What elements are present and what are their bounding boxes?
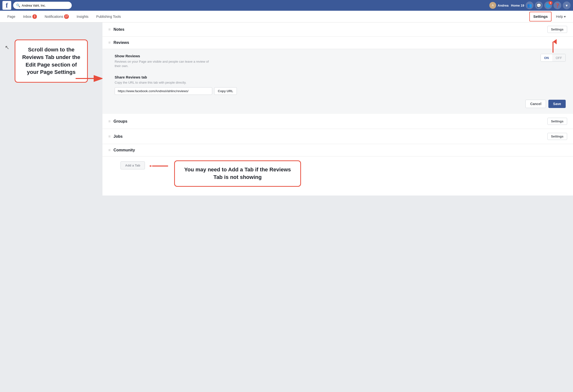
avatar[interactable]: A [489,2,496,9]
show-reviews-row: Show Reviews Reviews on your Page are vi… [115,54,566,68]
annotation-text-left: Scroll down to the Reviews Tab under the… [20,46,82,76]
toggle-switch[interactable]: ON OFF [540,54,566,62]
nav-username: Andrea [498,4,509,7]
inbox-badge: 2 [33,14,37,19]
notes-row: ≡ Notes Settings [103,22,573,36]
cursor-icon: ↖ [5,44,9,51]
messenger-icon-btn[interactable]: 💬 [535,1,543,9]
toggle-on-label[interactable]: ON [541,54,553,61]
groups-title: Groups [113,119,544,124]
people-icon: 👥 [527,3,532,8]
add-tab-col: Add a Tab [108,160,145,173]
nav-page[interactable]: Page [4,11,19,22]
nav-insights[interactable]: Insights [73,11,92,22]
messenger-icon: 💬 [537,3,541,8]
annotation-box-bottom: You may need to Add a Tab if the Reviews… [174,160,301,187]
nav-right: A Andrea Home 19 👥 💬 🌐 9 ❓ ▾ [489,1,571,9]
search-bar[interactable]: 🔍 [13,2,72,9]
dropdown-icon-btn[interactable]: ▾ [563,1,571,9]
share-reviews-desc: Copy the URL to share this tab with peop… [115,81,566,84]
url-input[interactable] [115,87,212,95]
arrow-right [76,74,105,83]
jobs-row: ≡ Jobs Settings [103,129,573,144]
drag-icon-reviews: ≡ [108,40,110,45]
drag-icon-notes: ≡ [108,27,110,32]
friends-icon-btn[interactable]: 👥 [526,1,534,9]
arrow-to-add-tab [150,162,169,170]
groups-settings-btn[interactable]: Settings [547,118,567,125]
show-reviews-left: Show Reviews Reviews on your Page are vi… [115,54,540,68]
left-panel: ↖ Scroll down to the Reviews Tab under t… [0,22,103,196]
arrow-up-to-toggle [549,39,557,55]
community-title: Community [113,148,567,152]
show-reviews-desc: Reviews on your Page are visible and peo… [115,59,212,68]
home-link[interactable]: Home 19 [511,4,524,7]
cancel-button[interactable]: Cancel [525,100,546,108]
drag-icon-groups: ≡ [108,119,110,124]
reviews-body: Show Reviews Reviews on your Page are vi… [103,49,573,114]
show-reviews-title: Show Reviews [115,54,540,58]
url-row: Copy URL [115,87,566,95]
nav-help[interactable]: Help ▾ [553,11,569,22]
action-row: Cancel Save [115,100,566,109]
nav-notifications[interactable]: Notifications 17 [41,11,72,22]
annotation-text-bottom: You may need to Add a Tab if the Reviews… [181,166,294,181]
drag-icon-jobs: ≡ [108,134,110,139]
search-icon: 🔍 [16,3,20,7]
add-tab-button[interactable]: Add a Tab [121,161,145,170]
jobs-title: Jobs [113,134,544,139]
community-row: ≡ Community [103,144,573,156]
notifications-badge: 17 [64,14,69,19]
chevron-down-icon: ▾ [566,3,568,8]
help-icon-btn[interactable]: ❓ [554,1,561,9]
bottom-section: Add a Tab [103,156,573,196]
search-input[interactable] [22,4,69,7]
settings-list: ≡ Notes Settings ≡ Reviews Show Reviews … [103,22,573,196]
toggle-off-label[interactable]: OFF [552,54,565,61]
nav-settings[interactable]: Settings [529,12,552,21]
jobs-settings-btn[interactable]: Settings [547,133,567,140]
notes-settings-btn[interactable]: Settings [547,26,567,33]
reviews-header: ≡ Reviews [103,36,573,49]
groups-row: ≡ Groups Settings [103,114,573,129]
save-button[interactable]: Save [548,100,566,108]
nav-publishing-tools[interactable]: Publishing Tools [93,11,125,22]
add-tab-area: Add a Tab [103,156,573,191]
page-navigation: Page Inbox 2 Notifications 17 Insights P… [0,11,573,22]
top-navigation: f 🔍 A Andrea Home 19 👥 💬 🌐 9 ❓ ▾ [0,0,573,11]
help-icon: ❓ [555,3,560,8]
facebook-logo: f [2,1,11,10]
nav-inbox[interactable]: Inbox 2 [20,11,40,22]
reviews-section: ≡ Reviews Show Reviews Reviews on your P… [103,36,573,114]
share-reviews-section: Share Reviews tab Copy the URL to share … [115,75,566,95]
copy-url-button[interactable]: Copy URL [214,87,237,95]
share-reviews-title: Share Reviews tab [115,75,566,79]
drag-icon-community: ≡ [108,148,110,152]
globe-icon-btn[interactable]: 🌐 9 [544,1,552,9]
notes-title: Notes [113,27,544,32]
reviews-title: Reviews [113,40,567,45]
right-content: ≡ Notes Settings ≡ Reviews Show Reviews … [103,22,573,196]
globe-badge: 9 [549,1,553,5]
